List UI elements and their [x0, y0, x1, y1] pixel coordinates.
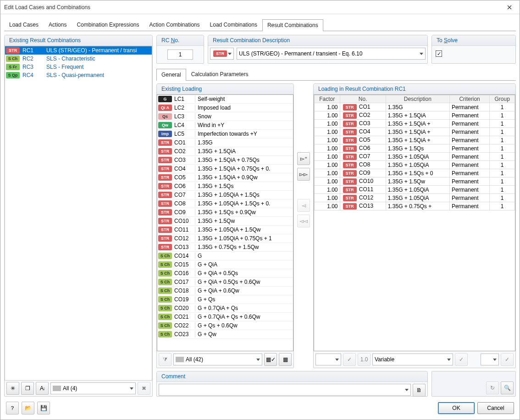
rc-item-co6[interactable]: 1.00STR CO61.35G + 1.5QsPermanent1 [315, 144, 515, 153]
rc-desc-combo[interactable]: ULS (STR/GEO) - Permanent / transient - … [237, 48, 426, 60]
sub-tab-calculation-parameters[interactable]: Calculation Parameters [186, 68, 254, 80]
rc-loading-table-container[interactable]: FactorNo.DescriptionCriterionGroup1.00ST… [314, 94, 515, 351]
remove-all-button[interactable]: ◅◅ [297, 215, 310, 227]
reload-button[interactable]: ↻ [486, 381, 499, 394]
rc-row-rc1[interactable]: STRRC1ULS (STR/GEO) - Permanent / transi [5, 46, 152, 55]
group-combo[interactable] [481, 354, 499, 365]
main-tab-load-cases[interactable]: Load Cases [4, 19, 44, 31]
load-row-lc2[interactable]: Qi ALC2Imposed load [157, 104, 293, 112]
rc-item-co10[interactable]: 1.00STR CO101.35G + 1.5QwPermanent1 [315, 177, 515, 186]
rc-item-co12[interactable]: 1.00STR CO121.35G + 1.05QiAPermanent1 [315, 194, 515, 202]
load-desc: 1.35G + 1.05QiA + 1.5Qw [195, 227, 293, 233]
load-row-co4[interactable]: STRCO41.35G + 1.5QiA + 0.75Qs + 0. [157, 165, 293, 173]
cell-factor: 1.00 [315, 128, 340, 136]
main-tab-action-combinations[interactable]: Action Combinations [144, 19, 205, 31]
main-tab-combination-expressions[interactable]: Combination Expressions [72, 19, 144, 31]
rc-item-co5[interactable]: 1.00STR CO51.35G + 1.5QiA +Permanent1 [315, 136, 515, 144]
load-row-co20[interactable]: S ChCO20G + 0.7QiA + Qs [157, 304, 293, 313]
load-filter-combo[interactable]: All (42) [173, 354, 262, 365]
to-solve-checkbox[interactable] [436, 50, 442, 57]
sort-rc-button[interactable]: Aᵢ [36, 382, 49, 395]
load-tag: S Ch [158, 314, 172, 320]
load-row-co1[interactable]: STRCO11.35G [157, 138, 293, 147]
main-tab-result-combinations[interactable]: Result Combinations [262, 19, 323, 31]
comment-input[interactable] [159, 384, 411, 396]
load-row-co13[interactable]: STRCO131.35G + 0.75Qs + 1.5Qw [157, 243, 293, 252]
load-row-co7[interactable]: STRCO71.35G + 1.05QiA + 1.5Qs [157, 191, 293, 199]
existing-rc-list[interactable]: STRRC1ULS (STR/GEO) - Permanent / transi… [5, 46, 152, 381]
rc-item-co13[interactable]: 1.00STR CO131.35G + 0.75Qs +Permanent1 [315, 202, 515, 210]
load-row-co10[interactable]: STRCO101.35G + 1.5Qw [157, 217, 293, 226]
load-desc: G + Qs + 0.6Qw [195, 322, 293, 329]
ok-button[interactable]: OK [438, 402, 475, 414]
load-row-lc4[interactable]: QwLC4Wind in +Y [157, 121, 293, 130]
load-row-co15[interactable]: S ChCO15G + QiA [157, 260, 293, 269]
details-button[interactable]: 🔍 [501, 381, 514, 394]
folder-open-icon: 📂 [25, 405, 32, 411]
load-row-co12[interactable]: STRCO121.35G + 1.05QiA + 0.75Qs + 1 [157, 234, 293, 243]
load-row-lc1[interactable]: GLC1Self-weight [157, 95, 293, 104]
rc-item-co3[interactable]: 1.00STR CO31.35G + 1.5QiA +Permanent1 [315, 120, 515, 128]
load-tag: S Ch [158, 322, 172, 329]
main-tab-actions[interactable]: Actions [44, 19, 72, 31]
arrow-right-plus-icon: ▻⁺ [300, 155, 307, 162]
check-icon: ✓ [505, 356, 509, 363]
load-tag: STR [158, 192, 172, 198]
rc-filter-combo[interactable]: All (4) [50, 382, 136, 394]
rc-row-rc2[interactable]: S ChRC2SLS - Characteristic [5, 55, 152, 63]
factor-combo[interactable] [315, 354, 341, 365]
load-row-co6[interactable]: STRCO61.35G + 1.5Qs [157, 182, 293, 191]
load-row-co9[interactable]: STRCO91.35G + 1.5Qs + 0.9Qw [157, 208, 293, 217]
load-row-co2[interactable]: STRCO21.35G + 1.5QiA [157, 147, 293, 156]
load-row-co19[interactable]: S ChCO19G + Qs [157, 295, 293, 304]
default-factor-button[interactable]: 1.0 [358, 353, 371, 366]
apply-criterion-button[interactable]: ✓ [455, 353, 468, 366]
rc-row-rc4[interactable]: S QpRC4SLS - Quasi-permanent [5, 71, 152, 79]
load-row-co11[interactable]: STRCO111.35G + 1.05QiA + 1.5Qw [157, 226, 293, 234]
load-row-co8[interactable]: STRCO81.35G + 1.05QiA + 1.5Qs + 0. [157, 199, 293, 208]
rc-item-co11[interactable]: 1.00STR CO111.35G + 1.05QiAPermanent1 [315, 186, 515, 194]
rc-item-co4[interactable]: 1.00STR CO41.35G + 1.5QiA +Permanent1 [315, 128, 515, 136]
load-row-co22[interactable]: S ChCO22G + Qs + 0.6Qw [157, 321, 293, 330]
load-row-co23[interactable]: S ChCO23G + Qw [157, 330, 293, 339]
load-row-co18[interactable]: S ChCO18G + QiA + 0.6Qw [157, 287, 293, 295]
add-multi-button[interactable]: ▻▻ [297, 168, 310, 181]
rc-item-co9[interactable]: 1.00STR CO91.35G + 1.5Qs + 0Permanent1 [315, 169, 515, 177]
filter-button[interactable]: ⧩ [159, 353, 171, 366]
cancel-button[interactable]: Cancel [477, 402, 514, 414]
rc-item-co2[interactable]: 1.00STR CO21.35G + 1.5QiAPermanent1 [315, 111, 515, 120]
rc-item-co1[interactable]: 1.00STR CO11.35GPermanent1 [315, 103, 515, 111]
load-row-co3[interactable]: STRCO31.35G + 1.5QiA + 0.75Qs [157, 156, 293, 165]
new-rc-button[interactable]: ✳ [6, 382, 19, 395]
load-row-co5[interactable]: STRCO51.35G + 1.5QiA + 0.9Qw [157, 173, 293, 182]
main-tab-load-combinations[interactable]: Load Combinations [205, 19, 262, 31]
rc-type-combo[interactable]: STR [210, 48, 234, 60]
rc-item-co7[interactable]: 1.00STR CO71.35G + 1.05QiAPermanent1 [315, 153, 515, 161]
deselect-all-button[interactable]: ▦ [279, 353, 292, 366]
close-button[interactable] [503, 2, 516, 12]
load-row-co16[interactable]: S ChCO16G + QiA + 0.5Qs [157, 269, 293, 278]
copy-rc-button[interactable]: ❐ [21, 382, 34, 395]
criterion-combo[interactable]: Variable [372, 354, 453, 365]
apply-group-button[interactable]: ✓ [501, 353, 514, 366]
existing-loading-list[interactable]: GLC1Self-weightQi ALC2Imposed loadQsLC3S… [157, 94, 293, 351]
load-row-lc5[interactable]: ImpLC5Imperfection towards +Y [157, 130, 293, 138]
help-button[interactable]: ？ [6, 402, 19, 414]
rc-desc-panel: Result Combination Description STR ULS (… [208, 35, 428, 64]
rc-row-rc3[interactable]: S FrRC3SLS - Frequent [5, 63, 152, 71]
select-all-button[interactable]: ▦✓ [264, 353, 277, 366]
open-button[interactable]: 📂 [22, 402, 34, 414]
apply-factor-button[interactable]: ✓ [343, 353, 356, 366]
load-row-lc3[interactable]: QsLC3Snow [157, 112, 293, 121]
add-to-rc-button[interactable]: ▻⁺ [297, 152, 310, 165]
rc-no-input[interactable] [167, 50, 193, 60]
sub-tab-general[interactable]: General [156, 69, 186, 81]
load-row-co14[interactable]: S ChCO14G [157, 252, 293, 260]
delete-rc-button[interactable]: ✖ [138, 382, 150, 395]
comment-pick-button[interactable]: 🗎 [413, 384, 426, 397]
remove-from-rc-button[interactable]: ◅ [297, 199, 310, 212]
rc-item-co8[interactable]: 1.00STR CO81.35G + 1.05QiAPermanent1 [315, 161, 515, 169]
save-button[interactable]: 💾 [37, 402, 50, 414]
load-row-co21[interactable]: S ChCO21G + 0.7QiA + Qs + 0.6Qw [157, 313, 293, 321]
load-row-co17[interactable]: S ChCO17G + QiA + 0.5Qs + 0.6Qw [157, 278, 293, 287]
